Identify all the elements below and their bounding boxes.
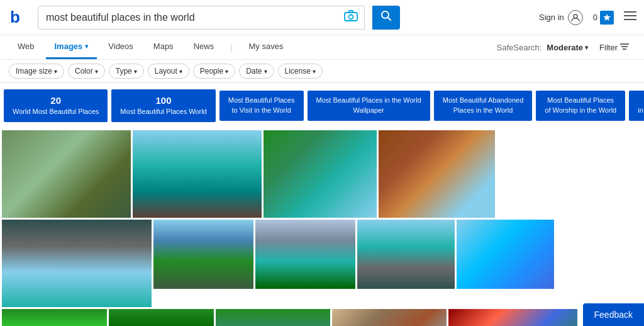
nav-videos[interactable]: Videos xyxy=(99,35,142,59)
chevron-down-icon: ▾ xyxy=(179,68,182,75)
rewards-icon xyxy=(600,11,614,25)
related-chip-4[interactable]: Most Beautiful Places in the WorldWallpa… xyxy=(308,91,430,120)
related-chip-3[interactable]: Most Beautiful Placesto Visit in the Wor… xyxy=(219,91,304,120)
filter-icon xyxy=(620,43,629,52)
image-item[interactable] xyxy=(332,309,447,326)
svg-text:b: b xyxy=(10,8,20,26)
image-item[interactable] xyxy=(357,220,455,289)
safesearch-label: SafeSearch: xyxy=(497,43,542,52)
points-display[interactable]: 0 xyxy=(593,11,614,25)
chevron-down-icon: ▾ xyxy=(585,44,588,51)
feedback-label: Feedback xyxy=(594,310,633,320)
filter-date[interactable]: Date ▾ xyxy=(239,64,274,79)
related-chip-2[interactable]: 100 Most Beautiful Places World xyxy=(111,89,215,121)
feedback-button[interactable]: Feedback xyxy=(583,303,644,326)
safesearch-dropdown[interactable]: Moderate ▾ xyxy=(547,43,588,52)
image-item[interactable] xyxy=(2,220,152,307)
image-item[interactable] xyxy=(2,309,107,326)
image-item[interactable] xyxy=(153,220,253,289)
filter-layout[interactable]: Layout ▾ xyxy=(148,64,189,79)
filter-people[interactable]: People ▾ xyxy=(193,64,235,79)
bing-logo: b xyxy=(8,5,30,30)
related-chip-6[interactable]: Most Beautiful Placesof Worship in the W… xyxy=(536,91,625,120)
menu-button[interactable] xyxy=(624,11,636,24)
related-searches-bar: 20 World Most Beautiful Places 100 Most … xyxy=(0,83,644,128)
svg-point-3 xyxy=(349,15,353,20)
chevron-down-icon: ▾ xyxy=(95,68,98,75)
image-item[interactable] xyxy=(264,130,377,218)
image-item[interactable] xyxy=(109,309,214,326)
image-item[interactable] xyxy=(448,309,577,326)
related-chip-1[interactable]: 20 World Most Beautiful Places xyxy=(4,89,108,121)
nav-news[interactable]: News xyxy=(185,35,223,59)
user-icon xyxy=(568,10,583,25)
navigation-bar: Web Images Videos Maps News | My saves S… xyxy=(0,35,644,60)
image-item[interactable] xyxy=(133,130,262,218)
related-chip-5[interactable]: Most Beautiful AbandonedPlaces in the Wo… xyxy=(434,91,532,120)
image-item[interactable] xyxy=(255,220,355,289)
image-item[interactable] xyxy=(216,309,330,326)
chevron-down-icon: ▾ xyxy=(134,68,137,75)
filter-image-size[interactable]: Image size ▾ xyxy=(9,64,64,79)
sign-in-label: Sign in xyxy=(539,13,564,22)
sign-in-button[interactable]: Sign in xyxy=(539,10,583,25)
nav-web[interactable]: Web xyxy=(9,35,43,59)
chevron-down-icon: ▾ xyxy=(313,68,316,75)
chevron-down-icon: ▾ xyxy=(264,68,267,75)
nav-images[interactable]: Images xyxy=(46,35,97,59)
filter-bar: Image size ▾ Color ▾ Type ▾ Layout ▾ Peo… xyxy=(0,60,644,83)
header-right: Sign in 0 xyxy=(539,10,636,25)
chevron-down-icon: ▾ xyxy=(225,68,228,75)
points-count: 0 xyxy=(593,13,597,22)
camera-icon xyxy=(344,10,358,25)
filter-license[interactable]: License ▾ xyxy=(278,64,323,79)
related-chip-7[interactable]: Parisin the World Most Beautiful xyxy=(629,91,644,120)
nav-separator: | xyxy=(230,43,232,52)
chevron-down-icon: ▾ xyxy=(54,68,57,75)
image-grid xyxy=(0,128,644,326)
search-box: most beautiful places in the world xyxy=(38,6,365,30)
filter-color[interactable]: Color ▾ xyxy=(68,64,105,79)
menu-icon xyxy=(624,11,636,23)
filter-button[interactable]: Filter xyxy=(593,39,635,56)
nav-right: SafeSearch: Moderate ▾ Filter xyxy=(497,39,635,56)
search-input[interactable]: most beautiful places in the world xyxy=(38,12,338,23)
filter-type[interactable]: Type ▾ xyxy=(109,64,144,79)
search-button[interactable] xyxy=(372,6,400,30)
nav-my-saves[interactable]: My saves xyxy=(240,35,292,59)
svg-marker-6 xyxy=(603,14,611,21)
image-item[interactable] xyxy=(2,130,131,218)
nav-maps[interactable]: Maps xyxy=(145,35,182,59)
svg-point-5 xyxy=(574,14,577,18)
header: b most beautiful places in the world xyxy=(0,0,644,35)
camera-search-button[interactable] xyxy=(338,10,364,25)
image-item[interactable] xyxy=(379,130,495,218)
search-icon xyxy=(380,10,392,25)
image-item[interactable] xyxy=(457,220,554,289)
